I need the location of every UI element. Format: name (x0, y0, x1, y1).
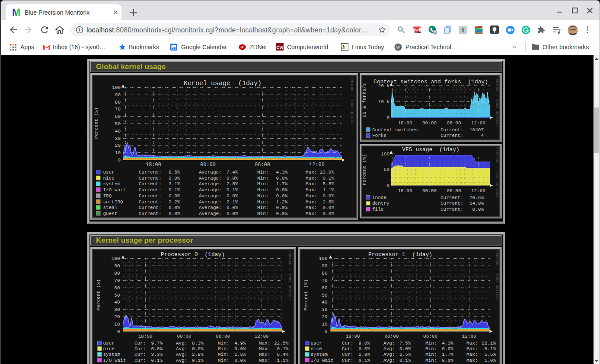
svg-text:I/O wait: I/O wait (311, 358, 334, 363)
svg-text:Max:: Max: (259, 341, 270, 346)
svg-text:Current:: Current: (139, 199, 162, 205)
svg-text:Avg:: Avg: (383, 352, 395, 357)
svg-text:7.4%: 7.4% (227, 170, 238, 175)
svg-text:Max:: Max: (306, 181, 317, 187)
svg-text:Max:: Max: (259, 358, 270, 363)
svg-text:0.0%: 0.0% (192, 346, 204, 351)
svg-text:system: system (311, 352, 328, 357)
svg-text:12:00: 12:00 (462, 334, 476, 339)
svg-text:06:00: 06:00 (423, 334, 437, 339)
svg-text:9.7%: 9.7% (151, 341, 163, 346)
svg-text:100: 100 (112, 85, 121, 90)
svg-text:Cur:: Cur: (342, 346, 353, 351)
svg-text:user: user (103, 341, 115, 346)
svg-text:Max:: Max: (306, 187, 317, 193)
svg-text:0.0%: 0.0% (234, 358, 246, 363)
svg-text:Max:: Max: (306, 205, 317, 210)
svg-text:0.0%: 0.0% (399, 346, 411, 351)
svg-text:00:00: 00:00 (200, 162, 216, 168)
svg-text:40: 40 (322, 300, 327, 305)
svg-text:1.7%: 1.7% (276, 181, 288, 187)
svg-text:Cur:: Cur: (134, 341, 146, 346)
svg-text:Average:: Average: (199, 181, 222, 187)
svg-text:Average:: Average: (199, 176, 222, 181)
svg-text:0.1%: 0.1% (192, 358, 204, 363)
svg-text:0.0%: 0.0% (169, 193, 180, 199)
svg-text:nice: nice (103, 176, 115, 181)
svg-text:8.5%: 8.5% (169, 170, 180, 175)
svg-text:4.9%: 4.9% (234, 341, 246, 346)
svg-text:80: 80 (115, 100, 121, 105)
svg-text:Forks: Forks (372, 133, 386, 138)
svg-text:Current:: Current: (440, 127, 463, 133)
svg-text:0: 0 (386, 183, 389, 188)
svg-text:nice: nice (103, 346, 115, 351)
svg-text:0.0%: 0.0% (323, 211, 335, 216)
svg-text:Percent (%): Percent (%) (94, 108, 99, 139)
svg-text:0.1%: 0.1% (227, 187, 238, 193)
svg-text:Min:: Min: (218, 358, 229, 363)
svg-text:9.0%: 9.0% (359, 341, 370, 346)
svg-text:70: 70 (322, 278, 327, 283)
svg-text:Cur:: Cur: (134, 346, 146, 351)
svg-text:0.0%: 0.0% (227, 205, 238, 210)
svg-text:Avg:: Avg: (176, 341, 187, 346)
svg-text:18:00: 18:00 (138, 334, 153, 339)
svg-text:RRDTOOL / TOBI OETIKER: RRDTOOL / TOBI OETIKER (495, 76, 499, 127)
svg-text:12:00: 12:00 (309, 162, 325, 168)
svg-text:Percent (%): Percent (%) (96, 279, 101, 311)
svg-text:18:00: 18:00 (346, 334, 360, 339)
svg-text:RRDTOOL / TOBI OETIKER: RRDTOOL / TOBI OETIKER (495, 250, 499, 301)
svg-text:23.0%: 23.0% (320, 170, 334, 175)
svg-text:Min:: Min: (257, 181, 268, 187)
svg-text:Avg:: Avg: (176, 352, 187, 357)
svg-text:RRDTOOL / TOBI OETIKER: RRDTOOL / TOBI OETIKER (350, 76, 354, 127)
svg-text:0.0%: 0.0% (151, 346, 163, 351)
svg-text:06:00: 06:00 (216, 334, 230, 339)
svg-text:CS & forks/s: CS & forks/s (362, 83, 367, 117)
svg-text:file: file (372, 207, 383, 212)
svg-text:100: 100 (319, 256, 328, 261)
svg-text:user: user (311, 341, 322, 346)
svg-text:Min:: Min: (257, 170, 268, 175)
svg-text:Current:: Current: (139, 181, 162, 187)
svg-text:0.1%: 0.1% (323, 176, 335, 181)
svg-text:0.0%: 0.0% (323, 205, 335, 210)
svg-text:50: 50 (384, 167, 389, 172)
svg-text:Current:: Current: (440, 195, 463, 200)
svg-text:1.8%: 1.8% (234, 352, 246, 357)
svg-text:0.0%: 0.0% (276, 205, 288, 210)
svg-text:2.6%: 2.6% (323, 199, 335, 205)
svg-text:4: 4 (481, 133, 484, 138)
svg-text:2.9%: 2.9% (359, 352, 370, 357)
svg-text:Average:: Average: (199, 193, 222, 199)
svg-text:0.1%: 0.1% (277, 346, 289, 351)
svg-text:Current:: Current: (139, 193, 162, 199)
svg-text:0.0%: 0.0% (169, 205, 180, 210)
svg-text:Average:: Average: (199, 187, 222, 193)
svg-text:dentry: dentry (372, 201, 389, 206)
svg-text:0.0%: 0.0% (323, 193, 335, 199)
svg-text:Min:: Min: (257, 187, 268, 193)
svg-text:Current:: Current: (440, 201, 463, 206)
svg-text:Max:: Max: (306, 193, 317, 199)
svg-text:Max:: Max: (306, 170, 317, 175)
svg-text:Avg:: Avg: (383, 346, 395, 351)
svg-text:0.1%: 0.1% (151, 358, 163, 363)
svg-text:00:00: 00:00 (177, 334, 191, 339)
svg-text:0.0%: 0.0% (169, 211, 180, 216)
svg-text:2.1%: 2.1% (227, 199, 238, 205)
svg-text:0.0%: 0.0% (234, 346, 246, 351)
svg-text:Min:: Min: (257, 205, 268, 210)
svg-text:100: 100 (381, 152, 389, 157)
svg-text:Average:: Average: (199, 211, 222, 216)
svg-text:2.2%: 2.2% (169, 199, 180, 205)
svg-text:I/O wait: I/O wait (103, 358, 126, 363)
svg-text:Cur:: Cur: (134, 358, 146, 363)
svg-text:2.5%: 2.5% (399, 352, 411, 357)
svg-text:Average:: Average: (199, 205, 222, 210)
svg-text:50: 50 (114, 293, 120, 298)
svg-text:4.3%: 4.3% (276, 170, 288, 175)
svg-text:40: 40 (115, 129, 121, 134)
svg-text:10407: 10407 (469, 127, 484, 133)
